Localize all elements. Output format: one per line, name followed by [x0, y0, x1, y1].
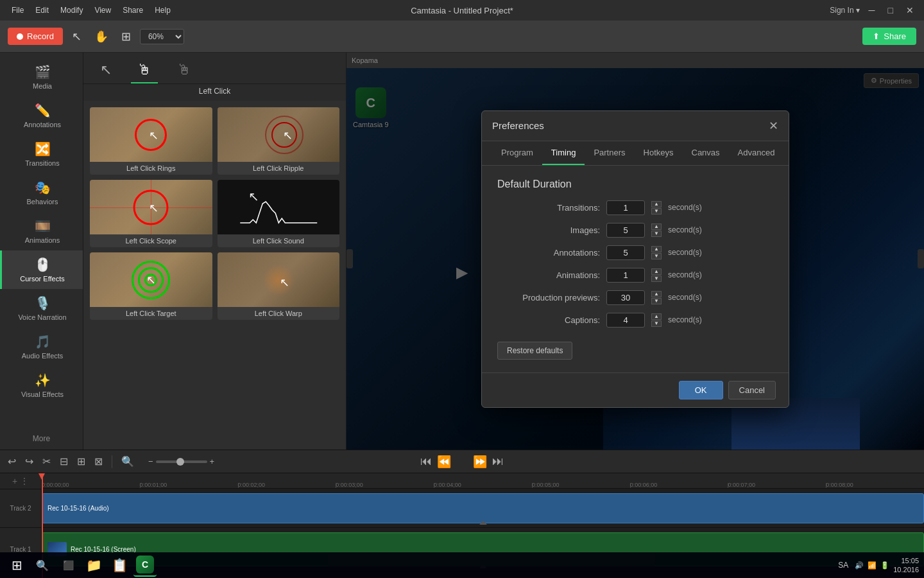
taskbar-camtasia[interactable]: C [133, 554, 157, 577]
dialog-input-5[interactable] [606, 313, 645, 328]
sidebar-item-annotations[interactable]: ✏️ Annotations [0, 96, 83, 135]
dialog-tab-advanced[interactable]: Advanced [729, 141, 784, 165]
extend-button[interactable]: ⊠ [92, 454, 105, 469]
dialog-row-2: Annotations: ▲ ▼ second(s) [497, 245, 773, 260]
close-button[interactable]: ✕ [902, 4, 918, 17]
spin-down-2[interactable]: ▼ [651, 253, 662, 259]
menu-modify[interactable]: Modify [55, 4, 88, 16]
zoom-minus-icon[interactable]: − [148, 457, 153, 466]
ok-button[interactable]: OK [679, 381, 723, 399]
sidebar-more-button[interactable]: More [0, 428, 83, 450]
spin-up-5[interactable]: ▲ [651, 313, 662, 320]
spin-down-0[interactable]: ▼ [651, 208, 662, 215]
dialog-tab-canvas[interactable]: Canvas [683, 141, 729, 165]
record-button[interactable]: Record [8, 28, 63, 45]
trim-button[interactable]: ⊞ [74, 454, 88, 469]
hand-tool-button[interactable]: ✋ [90, 27, 112, 46]
start-button[interactable]: ⊞ [5, 554, 28, 577]
redo-button[interactable]: ↪ [22, 454, 36, 469]
sidebar-item-animations[interactable]: 🎞️ Animations [0, 212, 83, 250]
zoom-plus-icon[interactable]: + [210, 457, 215, 466]
dialog-tab-program[interactable]: Program [492, 141, 542, 165]
undo-button[interactable]: ↩ [5, 454, 19, 469]
spin-down-3[interactable]: ▼ [651, 276, 662, 282]
dialog-tab-hotkeys[interactable]: Hotkeys [635, 141, 683, 165]
cursor-tab-left-click[interactable]: 🖱 [131, 58, 158, 83]
spin-down-5[interactable]: ▼ [651, 320, 662, 327]
spin-up-0[interactable]: ▲ [651, 201, 662, 207]
taskbar-search-button[interactable]: 🔍 [31, 554, 54, 577]
menu-share[interactable]: Share [117, 4, 148, 16]
effect-item-ripple[interactable]: ↖ Left Click Ripple [218, 107, 340, 175]
crop-tool-button[interactable]: ⊞ [117, 27, 135, 46]
maximize-button[interactable]: □ [884, 4, 897, 17]
jump-start-button[interactable]: ⏮ [420, 455, 432, 468]
sidebar-item-behaviors[interactable]: 🎭 Behaviors [0, 173, 83, 212]
menu-view[interactable]: View [89, 4, 116, 16]
dialog-tab-timing[interactable]: Timing [542, 141, 585, 165]
cut-button[interactable]: ✂ [40, 454, 53, 469]
dialog-input-2[interactable] [606, 245, 645, 260]
minimize-button[interactable]: ─ [865, 4, 879, 17]
track-collapse-arrow[interactable] [479, 521, 487, 525]
dialog-input-4[interactable] [606, 290, 645, 305]
dialog-row-label-2: Annotations: [497, 248, 600, 258]
audio-effects-icon: 🎵 [35, 334, 51, 349]
share-button[interactable]: ⬆ Share [862, 28, 916, 45]
spin-down-1[interactable]: ▼ [651, 231, 662, 237]
track-2-content[interactable]: Rec 10-15-16 (Audio) [42, 489, 924, 527]
sidebar-label-audio-effects: Audio Effects [22, 352, 64, 360]
split-button[interactable]: ⊟ [57, 454, 71, 469]
effect-item-target[interactable]: ↖ Left Click Target [90, 252, 212, 320]
effect-item-rings[interactable]: ↖ Left Click Rings [90, 107, 212, 175]
zoom-slider[interactable] [156, 460, 207, 463]
dialog-input-3[interactable] [606, 268, 645, 283]
spin-up-4[interactable]: ▲ [651, 291, 662, 297]
dialog-input-0[interactable] [606, 200, 645, 215]
taskbar-explorer[interactable]: 📁 [82, 554, 105, 577]
animations-icon: 🎞️ [35, 218, 51, 234]
taskbar-apps-icon[interactable]: 📋 [108, 554, 131, 577]
effect-label-rings: Left Click Rings [123, 162, 179, 175]
effect-thumb-ripple: ↖ [218, 107, 340, 162]
cursor-effects-panel: ↖ 🖱 🖱 Left Click ↖ Left Click Rings ↖ [83, 53, 346, 450]
effect-item-warp[interactable]: ↖ Left Click Warp [218, 252, 340, 320]
step-back-button[interactable]: ⏪ [437, 455, 451, 469]
zoom-select[interactable]: 60% 100% 50% 75% [140, 29, 184, 44]
track-options-button[interactable]: ⋮ [20, 476, 29, 486]
effect-item-sound[interactable]: ↖ Left Click Sound [218, 180, 340, 247]
step-forward-button[interactable]: ⏩ [473, 455, 487, 469]
cancel-button[interactable]: Cancel [728, 381, 776, 399]
sidebar-item-transitions[interactable]: 🔀 Transitions [0, 135, 83, 173]
dialog-close-button[interactable]: ✕ [769, 119, 778, 133]
sidebar-item-cursor-effects[interactable]: 🖱️ Cursor Effects [0, 250, 83, 289]
zoom-fit-button[interactable]: 🔍 [119, 454, 137, 469]
taskbar-taskview[interactable]: ⬛ [56, 554, 80, 577]
add-track-button[interactable]: + [12, 476, 17, 486]
canvas-content[interactable]: C Camtasia 9 Preferences ✕ ProgramTiming… [346, 68, 924, 450]
sidebar-item-visual-effects[interactable]: ✨ Visual Effects [0, 366, 83, 405]
menu-edit[interactable]: Edit [30, 4, 54, 16]
sidebar-item-voice-narration[interactable]: 🎙️ Voice Narration [0, 289, 83, 328]
ruler-mark-2: 0:00:02;00 [238, 482, 266, 488]
jump-end-button[interactable]: ⏭ [492, 455, 504, 468]
dialog-input-1[interactable] [606, 223, 645, 238]
dialog-tab-partners[interactable]: Partners [585, 141, 634, 165]
zoom-thumb[interactable] [176, 458, 184, 466]
menu-file[interactable]: File [6, 4, 29, 16]
restore-defaults-button[interactable]: Restore defaults [497, 342, 572, 360]
sign-in-button[interactable]: Sign In ▾ [830, 6, 859, 15]
spin-up-3[interactable]: ▲ [651, 268, 662, 275]
spin-down-4[interactable]: ▼ [651, 298, 662, 304]
spin-up-2[interactable]: ▲ [651, 246, 662, 252]
menu-help[interactable]: Help [150, 4, 176, 16]
sidebar-item-audio-effects[interactable]: 🎵 Audio Effects [0, 328, 83, 366]
effect-item-scope[interactable]: ↖ Left Click Scope [90, 180, 212, 247]
cursor-tab-arrow[interactable]: ↖ [94, 58, 118, 83]
select-tool-button[interactable]: ↖ [68, 27, 85, 46]
effect-label-ripple: Left Click Ripple [249, 162, 307, 175]
audio-clip[interactable]: Rec 10-15-16 (Audio) [42, 493, 924, 523]
spin-up-1[interactable]: ▲ [651, 223, 662, 230]
cursor-tab-right-click[interactable]: 🖱 [171, 58, 198, 83]
sidebar-item-media[interactable]: 🎬 Media [0, 58, 83, 96]
